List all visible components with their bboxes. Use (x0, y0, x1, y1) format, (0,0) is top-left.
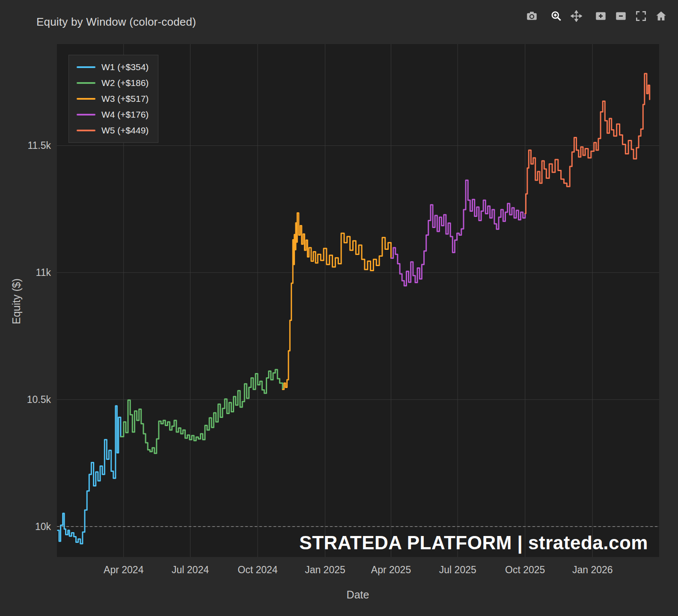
y-axis-title: Equity ($) (10, 259, 23, 344)
legend-label: W1 (+$354) (101, 62, 149, 72)
zoom-in-icon[interactable] (595, 10, 607, 22)
legend: W1 (+$354)W2 (+$186)W3 (+$517)W4 (+$176)… (68, 55, 158, 143)
legend-swatch (77, 130, 95, 131)
legend-swatch (77, 66, 95, 68)
legend-item-w4[interactable]: W4 (+$176) (77, 110, 149, 120)
pan-icon[interactable] (571, 10, 582, 22)
legend-label: W2 (+$186) (101, 78, 149, 88)
x-tick-label: Oct 2024 (238, 564, 278, 575)
chart-title: Equity by Window (color-coded) (36, 15, 196, 29)
x-tick-label: Jan 2026 (572, 564, 613, 575)
y-tick-label: 10k (35, 521, 51, 532)
y-tick-label: 11.5k (27, 140, 51, 151)
legend-label: W4 (+$176) (101, 110, 149, 120)
y-tick-label: 11k (36, 267, 51, 278)
legend-swatch (77, 98, 95, 100)
x-tick-label: Oct 2025 (505, 564, 545, 575)
x-tick-label: Jan 2025 (305, 564, 345, 575)
zoom-out-icon[interactable] (615, 10, 627, 22)
zoom-icon[interactable] (550, 10, 562, 22)
autoscale-icon[interactable] (635, 10, 647, 22)
modebar (526, 10, 667, 22)
home-icon[interactable] (655, 10, 667, 22)
x-tick-label: Jul 2025 (439, 564, 476, 575)
legend-item-w1[interactable]: W1 (+$354) (77, 62, 149, 72)
legend-swatch (77, 114, 95, 116)
x-tick-label: Apr 2024 (104, 564, 144, 575)
x-tick-label: Jul 2024 (172, 564, 209, 575)
watermark: STRATEDA PLATFORM | strateda.com (299, 532, 648, 554)
legend-swatch (77, 82, 95, 84)
x-axis-title: Date (315, 589, 401, 601)
y-tick-label: 10.5k (27, 394, 51, 405)
legend-label: W3 (+$517) (101, 94, 149, 104)
chart-page: Apr 2024Jul 2024Oct 2024Jan 2025Apr 2025… (0, 0, 678, 616)
legend-item-w5[interactable]: W5 (+$449) (77, 125, 149, 136)
legend-item-w3[interactable]: W3 (+$517) (77, 94, 149, 104)
legend-item-w2[interactable]: W2 (+$186) (77, 78, 149, 88)
legend-label: W5 (+$449) (101, 125, 149, 136)
x-tick-label: Apr 2025 (371, 564, 411, 575)
camera-icon[interactable] (526, 10, 538, 22)
